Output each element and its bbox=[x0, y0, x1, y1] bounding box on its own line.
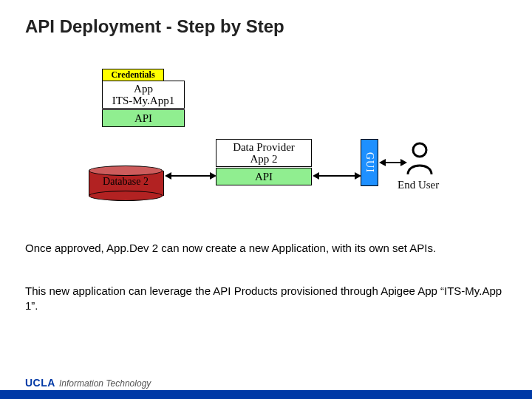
dp2-line1: Data Provider bbox=[233, 141, 295, 154]
app1-line2: ITS-My.App1 bbox=[112, 95, 174, 107]
paragraph-1: Once approved, App.Dev 2 can now create … bbox=[25, 241, 507, 256]
arrow-head-icon bbox=[379, 159, 386, 166]
api1-box: API bbox=[102, 109, 185, 127]
paragraph-2: This new application can leverage the AP… bbox=[25, 284, 507, 314]
end-user-label: End User bbox=[398, 179, 439, 191]
app1-line1: App bbox=[134, 83, 153, 95]
arrow-head-icon bbox=[210, 172, 216, 180]
connector-gui-user bbox=[386, 162, 400, 163]
footer-logo: UCLA bbox=[25, 377, 55, 389]
api2-box: API bbox=[216, 168, 312, 185]
database-2-label: Database 2 bbox=[89, 176, 163, 188]
user-icon bbox=[405, 142, 434, 176]
svg-point-0 bbox=[413, 143, 426, 157]
data-provider-app2-box: Data Provider App 2 bbox=[216, 139, 312, 167]
gui-box: GUI bbox=[361, 139, 378, 186]
arrow-head-icon bbox=[400, 159, 407, 166]
footer-text: Information Technology bbox=[59, 378, 151, 389]
footer-bar bbox=[0, 390, 532, 399]
connector-db-api bbox=[171, 175, 210, 177]
app-its-myapp1-box: App ITS-My.App1 bbox=[102, 81, 185, 109]
arrow-head-icon bbox=[313, 172, 319, 180]
arrow-head-icon bbox=[165, 172, 171, 180]
connector-api-gui bbox=[319, 175, 355, 177]
arrow-head-icon bbox=[355, 172, 361, 180]
page-title: API Deployment - Step by Step bbox=[25, 16, 284, 37]
database-2-cylinder: Database 2 bbox=[89, 166, 163, 201]
dp2-line2: App 2 bbox=[250, 153, 277, 166]
